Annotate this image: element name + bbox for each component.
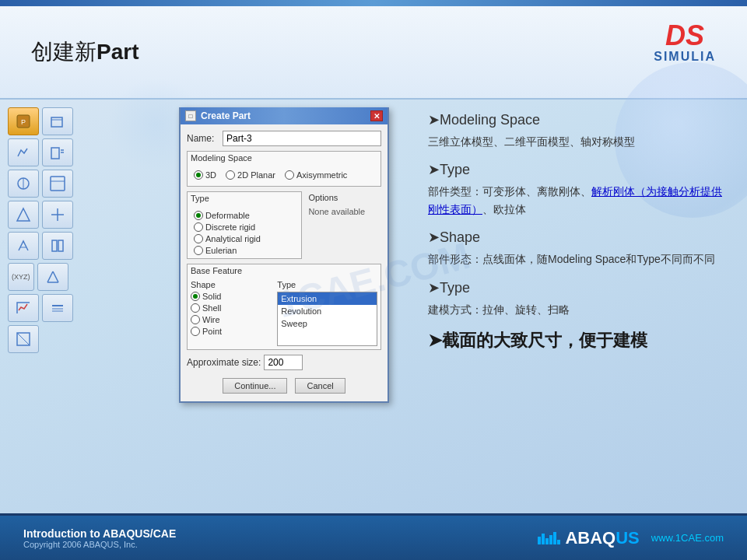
options-col: Options None available xyxy=(305,191,381,259)
toolbar-btn-3[interactable] xyxy=(8,138,39,166)
name-field: Name: xyxy=(187,131,381,146)
footer-aq: US xyxy=(615,528,640,548)
footer-right: ABAQUS www.1CAE.com xyxy=(538,528,724,548)
type2-heading: ➤Type xyxy=(428,279,724,296)
radio-discrete-rigid[interactable]: Discrete rigid xyxy=(194,222,295,232)
type-group: Type Deformable Discrete rigid xyxy=(187,191,302,259)
svg-rect-16 xyxy=(58,240,63,251)
name-input[interactable] xyxy=(223,131,381,146)
toolbar-btn-5[interactable] xyxy=(8,170,39,198)
type-listbox[interactable]: Extrusion Revolution Sweep xyxy=(277,292,377,346)
radio-3d[interactable]: 3D xyxy=(194,170,216,180)
radio-point-circle xyxy=(191,327,200,336)
radio-solid-circle xyxy=(191,292,200,301)
dialog-body: Name: Modeling Space 3D xyxy=(181,124,388,401)
shape-text: 部件形态：点线面体，随Modeling Space和Type不同而不同 xyxy=(428,250,724,268)
section-modeling-space: ➤Modeling Space 三维立体模型、二维平面模型、轴对称模型 xyxy=(428,111,724,150)
radio-axisym-circle xyxy=(285,170,294,180)
type-sweep-item[interactable]: Sweep xyxy=(278,317,377,330)
toolbar-row-2 xyxy=(8,138,163,166)
radio-deformable[interactable]: Deformable xyxy=(194,211,295,220)
type-options-row: Type Deformable Discrete rigid xyxy=(187,191,381,259)
simulia-logo: DS SIMULIA xyxy=(654,22,716,64)
toolbar-btn-xyz[interactable]: (XYZ) xyxy=(8,263,34,291)
modeling-space-text: 三维立体模型、二维平面模型、轴对称模型 xyxy=(428,133,724,150)
create-part-dialog: □ Create Part ✕ Name: Modeling Space xyxy=(179,107,389,403)
toolbar-btn-2[interactable] xyxy=(42,107,73,135)
radio-2d[interactable]: 2D Planar xyxy=(226,170,275,180)
footer-ab: ABAQ xyxy=(565,528,615,548)
radio-wire[interactable]: Wire xyxy=(191,315,274,324)
type-text: 部件类型：可变形体、离散刚体、解析刚体（为接触分析提供刚性表面）、欧拉体 xyxy=(428,183,724,218)
svg-line-24 xyxy=(17,333,30,345)
cancel-button[interactable]: Cancel xyxy=(295,378,345,394)
simulia-text: SIMULIA xyxy=(654,50,716,64)
shape-col: Shape Solid Shell Wire xyxy=(191,280,274,346)
radio-axisym[interactable]: Axisymmetric xyxy=(285,170,347,180)
toolbar-btn-10[interactable] xyxy=(42,232,73,260)
header: 创建新Part DS SIMULIA xyxy=(0,6,747,100)
dialog-close-button[interactable]: ✕ xyxy=(370,110,383,121)
toolbar-btn-8[interactable] xyxy=(42,201,73,229)
type-extrusion-item[interactable]: Extrusion xyxy=(278,292,377,305)
shape-heading: ➤Shape xyxy=(428,229,724,246)
type-text-pre: 部件类型：可变形体、离散刚体、 xyxy=(428,185,591,198)
radio-analytical-rigid[interactable]: Analytical rigid xyxy=(194,234,295,243)
radio-shell-circle xyxy=(191,303,200,313)
toolbar-btn-part[interactable]: P xyxy=(8,107,39,135)
modeling-space-label: Modeling Space xyxy=(188,152,381,164)
none-available-text: None available xyxy=(305,204,381,219)
type-radios: Deformable Discrete rigid Analytical rig… xyxy=(188,208,301,258)
abaqus-logo: ABAQUS xyxy=(538,528,639,548)
svg-rect-2 xyxy=(51,117,62,127)
type-text-post: 、欧拉体 xyxy=(482,203,526,215)
type-heading: ➤Type xyxy=(428,161,724,178)
dialog-title: Create Part xyxy=(201,110,251,121)
toolbar-btn-11[interactable] xyxy=(37,263,68,291)
base-feature-body: Shape Solid Shell Wire xyxy=(188,277,381,349)
type-label: Type xyxy=(188,192,301,205)
toolbar-row-1: P xyxy=(8,107,163,135)
modeling-space-heading: ➤Modeling Space xyxy=(428,111,724,128)
toolbar-btn-4[interactable] xyxy=(42,138,73,166)
bar-chart-icon xyxy=(538,532,560,544)
radio-analytical-circle xyxy=(194,234,203,243)
page-title: 创建新Part xyxy=(31,37,139,67)
toolbar-btn-7[interactable] xyxy=(8,201,39,229)
toolbar-row-3 xyxy=(8,170,163,198)
footer-url: www.1CAE.com xyxy=(651,532,724,544)
svg-rect-15 xyxy=(52,240,57,251)
footer-copyright: Copyright 2006 ABAQUS, Inc. xyxy=(23,540,176,549)
footer-left: Introduction to ABAQUS/CAE Copyright 200… xyxy=(23,527,176,549)
toolbar: P xyxy=(0,100,171,513)
toolbar-row-8 xyxy=(8,325,163,353)
toolbar-btn-9[interactable] xyxy=(8,232,39,260)
type-revolution-item[interactable]: Revolution xyxy=(278,305,377,317)
toolbar-btn-12[interactable] xyxy=(8,294,39,322)
toolbar-btn-13[interactable] xyxy=(42,294,73,322)
radio-eulerian[interactable]: Eulerian xyxy=(194,246,295,255)
toolbar-btn-6[interactable] xyxy=(42,170,73,198)
svg-rect-9 xyxy=(51,177,65,191)
radio-solid[interactable]: Solid xyxy=(191,292,274,301)
approx-size-input[interactable] xyxy=(264,355,303,370)
footer: Introduction to ABAQUS/CAE Copyright 200… xyxy=(0,513,747,560)
options-label: Options xyxy=(305,191,381,204)
svg-rect-4 xyxy=(51,148,59,159)
base-feature-group: Base Feature Shape Solid Shell xyxy=(187,264,381,350)
continue-button[interactable]: Continue... xyxy=(223,378,287,394)
modeling-space-group: Modeling Space 3D 2D Planar xyxy=(187,151,381,187)
simulia-ds-mark: DS xyxy=(665,22,704,50)
radio-point[interactable]: Point xyxy=(191,327,274,336)
svg-text:P: P xyxy=(21,118,26,126)
svg-line-18 xyxy=(53,271,58,282)
toolbar-row-5 xyxy=(8,232,163,260)
section-shape: ➤Shape 部件形态：点线面体，随Modeling Space和Type不同而… xyxy=(428,229,724,268)
radio-deformable-circle xyxy=(194,211,203,220)
top-bar xyxy=(0,0,747,6)
radio-shell[interactable]: Shell xyxy=(191,303,274,313)
radio-wire-circle xyxy=(191,315,200,324)
section-type: ➤Type 部件类型：可变形体、离散刚体、解析刚体（为接触分析提供刚性表面）、欧… xyxy=(428,161,724,218)
toolbar-btn-14[interactable] xyxy=(8,325,39,353)
right-content: ➤Modeling Space 三维立体模型、二维平面模型、轴对称模型 ➤Typ… xyxy=(405,100,747,513)
